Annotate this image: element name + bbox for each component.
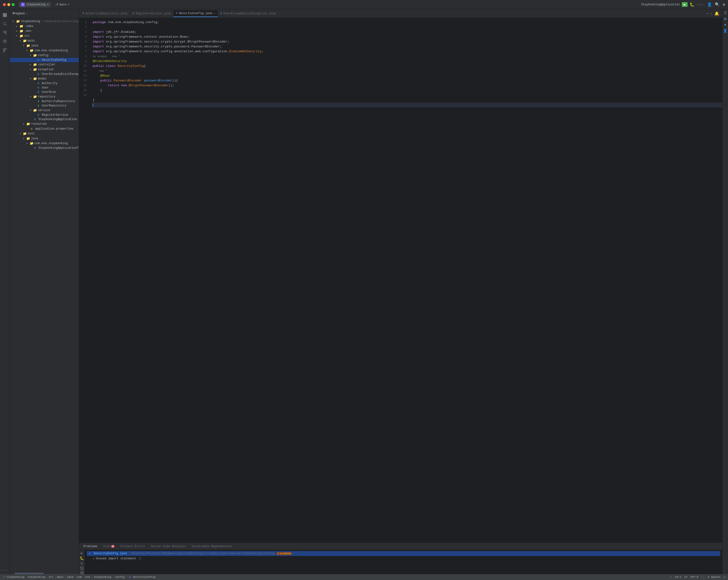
tree-item-config[interactable]: ▼ 📁 config	[10, 53, 79, 58]
tree-item-authority[interactable]: C Authority	[10, 81, 79, 85]
class-icon: C	[36, 113, 41, 116]
tree-item-test[interactable]: ▼ 📁 test	[10, 131, 79, 136]
breadcrumb-config[interactable]: config	[115, 576, 125, 579]
right-sidebar-dot-icon[interactable]: ●	[724, 23, 726, 27]
bottom-tab-project-errors[interactable]: Project Errors	[118, 543, 147, 550]
sidebar-icon-structure[interactable]	[1, 46, 9, 54]
image-icon[interactable]: 🖼	[79, 572, 85, 574]
notifications-icon[interactable]: 🔔	[714, 11, 719, 16]
tree-item-repository[interactable]: ▼ 📁 repository	[10, 94, 79, 99]
breadcrumb-staybooking2[interactable]: staybooking	[94, 576, 111, 579]
project-header-dropdown[interactable]: ▾	[26, 12, 27, 15]
account-icon[interactable]: 👤	[707, 2, 712, 7]
tree-item-com-eve[interactable]: ▼ 📁 com.eve.staybooking	[10, 48, 79, 53]
minimize-button[interactable]	[7, 3, 10, 6]
problem-item-security-config[interactable]: C SecurityConfig.java ~/Desktop/Projects…	[87, 551, 720, 556]
tree-item-mvn[interactable]: ▶ 📁 .mvn	[10, 29, 79, 33]
project-selector[interactable]: s staybooking ▾	[19, 2, 51, 7]
tab-authority-repository[interactable]: I AuthorityRepository.java	[80, 10, 130, 17]
tree-item-idea[interactable]: ▶ 📁 .idea	[10, 24, 79, 29]
tabs-more-icon[interactable]: ⋯	[710, 11, 712, 16]
tree-item-staybooking[interactable]: ▼ 📁 staybooking ~/Desktop/Projects/StayB…	[10, 19, 79, 24]
tree-item-model[interactable]: ▼ 📁 model	[10, 76, 79, 81]
status-expand-icon[interactable]: ⤢	[723, 576, 726, 579]
branch-selector[interactable]: ⎇ main ▾	[55, 3, 69, 6]
sidebar-icon-vcs[interactable]	[1, 29, 9, 36]
bottom-tabs: Problems File 1 Project Errors Server-Si…	[79, 543, 722, 550]
breadcrumb-eve[interactable]: eve	[85, 576, 90, 579]
bottom-tab-problems[interactable]: Problems	[81, 543, 100, 550]
class-breadcrumb-icon: C	[128, 576, 132, 579]
profiler-icon[interactable]: ⚙	[79, 561, 85, 565]
tab-security-config[interactable]: C SecurityConfig.java ✕	[174, 10, 217, 17]
tree-arrow: ▼	[29, 68, 32, 71]
settings-icon[interactable]: ⚙	[723, 2, 725, 7]
tree-item-exception[interactable]: ▼ 📁 exception	[10, 67, 79, 72]
tree-item-src[interactable]: ▼ 📁 src	[10, 33, 79, 38]
tree-item-resources[interactable]: ▼ 📁 resources	[10, 122, 79, 126]
sidebar-icon-debug[interactable]	[1, 37, 9, 45]
tab-register-service[interactable]: C RegisterService.java	[130, 10, 173, 17]
tree-item-security-config[interactable]: C SecurityConfig	[10, 58, 79, 62]
right-sidebar-database-icon[interactable]: 🗄	[724, 11, 727, 15]
tree-item-userrole[interactable]: C UserRole	[10, 90, 79, 94]
project-panel-header: Project ▾	[10, 9, 79, 18]
bottom-tab-server-analysis[interactable]: Server-Side Analysis	[148, 543, 188, 550]
bottom-tab-file[interactable]: File 1	[101, 543, 117, 550]
right-sidebar-m-icon[interactable]: m	[724, 17, 726, 21]
run-bottom-icon[interactable]: ▶	[79, 551, 85, 555]
tree-item-java-test[interactable]: ▼ 📁 java	[10, 136, 79, 141]
tabs-dropdown-icon[interactable]: ▾	[706, 11, 708, 16]
tree-item-app-tests[interactable]: C StaybookingApplicationTests	[10, 146, 79, 150]
tree-item-authority-repo[interactable]: I AuthorityRepository	[10, 99, 79, 104]
breadcrumb-com[interactable]: com	[77, 576, 82, 579]
tree-item-com-eve-test[interactable]: ▼ 📁 com.eve.staybooking	[10, 141, 79, 146]
svg-rect-1	[5, 14, 6, 15]
app-run-section: StaybookingApplication ▶ 🐛 ···	[641, 2, 703, 7]
breadcrumb-java[interactable]: java	[67, 576, 73, 579]
svg-rect-0	[3, 14, 5, 15]
close-button[interactable]	[3, 3, 6, 6]
tree-item-user-already-exist[interactable]: C UserAlreadyExistException	[10, 72, 79, 76]
breadcrumb-main[interactable]: main	[57, 576, 63, 579]
right-sidebar-person-icon[interactable]: 👤	[723, 29, 727, 33]
folder-icon: 📁	[23, 132, 27, 136]
tab-close-button[interactable]: ✕	[214, 12, 215, 15]
breadcrumb-security-config[interactable]: SecurityConfig	[133, 576, 155, 579]
debug-bottom-icon[interactable]: 🐛	[79, 556, 85, 560]
tree-item-staybooking-app[interactable]: C StaybookingApplication	[10, 117, 79, 122]
tree-item-user[interactable]: C User	[10, 85, 79, 90]
tree-item-controller[interactable]: ▶ 📁 controller	[10, 62, 79, 67]
code-line-2	[93, 25, 722, 30]
svg-rect-18	[3, 51, 5, 52]
tree-item-app-properties[interactable]: ⚙ application.properties	[10, 126, 79, 131]
status-cursor[interactable]: 16:1	[675, 576, 681, 579]
debug-icon[interactable]: 🐛	[690, 2, 695, 7]
status-encoding[interactable]: UTF-8	[690, 576, 698, 579]
code-line-8: @EnableWebSecurity	[93, 59, 722, 64]
maximize-button[interactable]	[12, 3, 15, 6]
status-indent[interactable]: 4 spaces	[708, 576, 721, 579]
run-button[interactable]: ▶	[682, 2, 687, 7]
search-icon[interactable]: 🔍	[715, 2, 720, 7]
sidebar-icon-project[interactable]	[1, 11, 9, 19]
status-line-ending[interactable]: LF	[684, 576, 687, 579]
breadcrumb-staybooking[interactable]: staybooking	[27, 576, 45, 579]
sidebar-icon-search[interactable]	[1, 20, 9, 28]
code-line-12: return new BCryptPasswordEncoder();	[93, 83, 722, 88]
bottom-tab-vulnerable[interactable]: Vulnerable Dependencies	[189, 543, 234, 550]
tab-user-already-exist[interactable]: C UserAlreadyExistException.java	[218, 10, 279, 17]
tree-item-main[interactable]: ▼ 📁 main	[10, 38, 79, 43]
tree-item-java-main[interactable]: ▼ 📁 java	[10, 43, 79, 48]
code-area[interactable]: package com.eve.staybooking.config; impo…	[89, 18, 722, 543]
problem-detail-unused-import[interactable]: ⚠ Unused import statement :3	[87, 556, 720, 561]
tree-item-service[interactable]: ▼ 📁 service	[10, 108, 79, 113]
breadcrumb-src[interactable]: src	[49, 576, 53, 579]
more-options-icon[interactable]: ···	[696, 2, 703, 7]
terminal-icon[interactable]: ⬛	[79, 566, 85, 571]
tree-item-user-repo[interactable]: I UserRepository	[10, 104, 79, 108]
code-line-11: public PasswordEncoder passwordEncoder()…	[93, 78, 722, 83]
sidebar-icon-more[interactable]: ···	[1, 566, 9, 574]
tree-item-register-service[interactable]: C RegisterService	[10, 113, 79, 117]
svg-rect-16	[3, 48, 6, 49]
